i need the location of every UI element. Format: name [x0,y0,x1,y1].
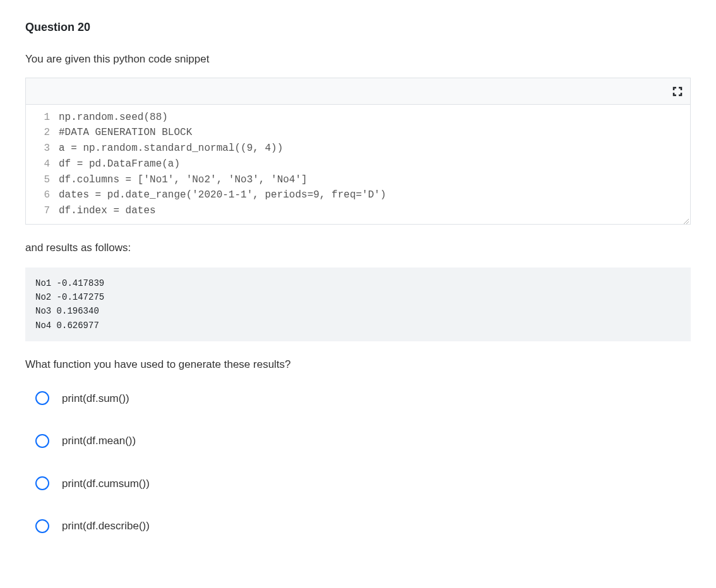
option-label: print(df.sum()) [62,391,129,407]
radio-icon[interactable] [35,391,49,405]
option-describe[interactable]: print(df.describe()) [35,518,691,534]
option-cumsum[interactable]: print(df.cumsum()) [35,476,691,492]
results-intro: and results as follows: [25,240,691,256]
code-line: 1 np.random.seed(88) [26,110,690,126]
code-line: 2 #DATA GENERATION BLOCK [26,125,690,141]
results-block: No1 -0.417839 No2 -0.147275 No3 0.196340… [25,268,691,342]
line-number: 1 [26,110,59,126]
code-line: 3 a = np.random.standard_normal((9, 4)) [26,141,690,156]
line-code: df = pd.DataFrame(a) [59,156,690,172]
question-title: Question 20 [25,19,691,36]
resize-handle-icon[interactable] [681,215,689,223]
line-number: 6 [26,187,59,203]
radio-icon[interactable] [35,519,49,533]
code-line: 7 df.index = dates [26,203,690,219]
line-number: 2 [26,125,59,141]
option-label: print(df.cumsum()) [62,476,150,492]
code-container: 1 np.random.seed(88) 2 #DATA GENERATION … [25,78,691,225]
line-code: dates = pd.date_range('2020-1-1', period… [59,187,690,203]
line-code: df.columns = ['No1', 'No2', 'No3', 'No4'… [59,172,690,188]
option-sum[interactable]: print(df.sum()) [35,391,691,407]
line-number: 5 [26,172,59,188]
question-intro: You are given this python code snippet [25,51,691,68]
expand-icon[interactable] [672,86,683,96]
line-code: a = np.random.standard_normal((9, 4)) [59,141,690,156]
option-label: print(df.describe()) [62,518,150,534]
code-line: 6 dates = pd.date_range('2020-1-1', peri… [26,187,690,203]
line-code: np.random.seed(88) [59,110,690,126]
code-body: 1 np.random.seed(88) 2 #DATA GENERATION … [26,105,690,225]
option-mean[interactable]: print(df.mean()) [35,433,691,449]
options-group: print(df.sum()) print(df.mean()) print(d… [25,391,691,534]
line-number: 4 [26,156,59,172]
code-line: 4 df = pd.DataFrame(a) [26,156,690,172]
line-code: df.index = dates [59,203,690,219]
code-line: 5 df.columns = ['No1', 'No2', 'No3', 'No… [26,172,690,188]
line-number: 7 [26,203,59,219]
option-label: print(df.mean()) [62,433,136,449]
line-number: 3 [26,141,59,156]
radio-icon[interactable] [35,476,49,490]
code-header [26,78,690,105]
radio-icon[interactable] [35,434,49,448]
question-prompt: What function you have used to generate … [25,356,691,373]
svg-line-0 [683,219,689,224]
line-code: #DATA GENERATION BLOCK [59,125,690,141]
